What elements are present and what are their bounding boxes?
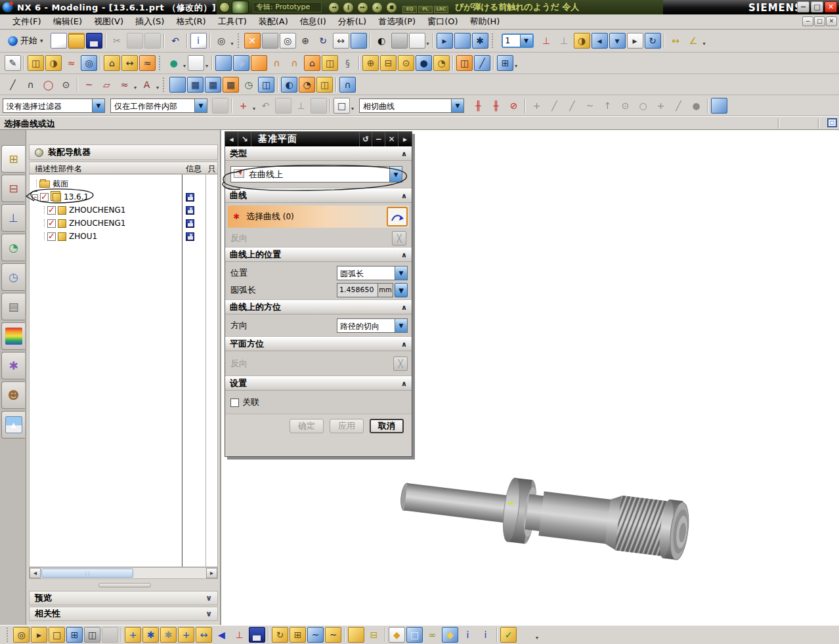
new-file-icon[interactable] bbox=[51, 33, 67, 49]
curve-section-header[interactable]: 曲线 ∧ bbox=[225, 188, 412, 203]
menu-preferences[interactable]: 首选项(P) bbox=[372, 14, 421, 29]
add-component-icon[interactable]: + bbox=[125, 627, 141, 643]
select-binoculars-icon[interactable] bbox=[212, 98, 228, 114]
curve-select-tool-button[interactable] bbox=[387, 207, 408, 226]
cancel-button[interactable]: 取消 bbox=[370, 419, 404, 433]
show-icon[interactable]: ▸ bbox=[627, 33, 643, 49]
hide-icon[interactable]: ▾ bbox=[609, 33, 626, 49]
part-information-icon[interactable]: i bbox=[190, 33, 207, 49]
player-lrc-button[interactable]: LRC bbox=[434, 6, 448, 13]
zoom-box-icon[interactable]: ◎ bbox=[280, 33, 296, 49]
filter-dropdown-arrow-icon[interactable]: ▼ bbox=[92, 99, 104, 112]
background-icon[interactable] bbox=[391, 33, 408, 49]
point-icon[interactable]: ⊙ bbox=[58, 77, 74, 93]
menu-window[interactable]: 窗口(O) bbox=[421, 14, 463, 29]
tree-row-assembly-13-6-1[interactable]: − 13.6.1 bbox=[30, 190, 217, 204]
measure-distance-icon[interactable]: ↔ bbox=[668, 33, 684, 49]
dialog-reset-icon[interactable]: ↺ bbox=[359, 132, 372, 146]
zoom-in-out-icon[interactable]: ⊕ bbox=[297, 33, 314, 49]
start-button[interactable]: 开始 ▾ bbox=[4, 34, 47, 47]
select-components-icon[interactable]: □ bbox=[49, 627, 65, 643]
menu-edit[interactable]: 编辑(E) bbox=[47, 14, 88, 29]
resource-tab-scene-settings[interactable]: ✱ bbox=[1, 352, 25, 379]
assembly-constraints-icon[interactable]: ⊥ bbox=[231, 627, 247, 643]
interpart-diamond-icon[interactable]: ◆ bbox=[442, 627, 458, 643]
snap-quadrant-icon[interactable]: ○ bbox=[635, 98, 651, 114]
resource-tab-system-materials[interactable]: ▤ bbox=[1, 293, 25, 320]
navigator-tree[interactable]: 截面 − 13.6.1 ZHOUCHENG1 ZHOUCHENG1 bbox=[29, 174, 218, 567]
menu-information[interactable]: 信息(I) bbox=[294, 14, 332, 29]
chain-link-icon[interactable]: ∞ bbox=[424, 627, 441, 643]
type-filter-combo[interactable]: 没有选择过滤器 ▼ bbox=[3, 98, 105, 113]
check-clearance-icon[interactable] bbox=[102, 627, 118, 643]
scope-dropdown-arrow-icon[interactable]: ▼ bbox=[194, 99, 207, 112]
menu-insert[interactable]: 插入(S) bbox=[129, 14, 170, 29]
undo-selection-icon[interactable]: ↶ bbox=[257, 98, 274, 114]
pad-icon[interactable]: ⌂ bbox=[304, 55, 320, 71]
tree-row-zhoucheng1[interactable]: ZHOUCHENG1 bbox=[30, 204, 217, 217]
surface-analysis-icon[interactable]: ◷ bbox=[240, 77, 257, 93]
shaded-display-icon[interactable] bbox=[351, 33, 367, 49]
curve-fit-icon[interactable]: ≈ bbox=[116, 77, 133, 93]
direction-dropdown-arrow-icon[interactable]: ▼ bbox=[395, 319, 407, 332]
type-dropdown-arrow-icon[interactable]: ▼ bbox=[389, 167, 402, 182]
menu-analysis[interactable]: 分析(L) bbox=[332, 14, 372, 29]
window-minimize-button[interactable]: − bbox=[797, 1, 809, 12]
invert-shown-icon[interactable]: ↻ bbox=[645, 33, 661, 49]
bend-flange-icon[interactable]: ∩ bbox=[286, 55, 303, 71]
bounded-plane-icon[interactable]: ◫ bbox=[258, 77, 274, 93]
save-file-icon[interactable] bbox=[86, 33, 102, 49]
wave-frame-icon[interactable]: □ bbox=[406, 627, 423, 643]
dialog-back-icon[interactable]: ◂ bbox=[225, 132, 238, 146]
snap-face-icon[interactable]: ● bbox=[688, 98, 704, 114]
find-feature-icon[interactable]: ◎ bbox=[213, 33, 230, 49]
new-parent-icon[interactable]: ✱ bbox=[160, 627, 177, 643]
window-dock-icon[interactable]: □ bbox=[827, 118, 837, 127]
emboss-icon[interactable]: ⌂ bbox=[104, 55, 120, 71]
spring-icon[interactable]: § bbox=[339, 55, 356, 71]
arc-length-options-icon[interactable]: ▼ bbox=[395, 283, 408, 297]
collapse-chevron-icon[interactable]: ∧ bbox=[401, 192, 407, 200]
tube-icon[interactable]: ◎ bbox=[81, 55, 97, 71]
open-component-icon[interactable]: ▸ bbox=[31, 627, 47, 643]
move-face-icon[interactable]: ↔ bbox=[121, 55, 138, 71]
column-descriptive-part-name[interactable]: 描述性部件名 bbox=[35, 163, 82, 175]
menu-format[interactable]: 格式(R) bbox=[170, 14, 211, 29]
tree-row-section[interactable]: 截面 bbox=[30, 177, 217, 190]
dialog-forward-icon[interactable]: ▸ bbox=[398, 132, 412, 146]
cut-icon[interactable]: ✂ bbox=[109, 33, 125, 49]
apply-button[interactable]: 应用 bbox=[330, 419, 364, 433]
through-curves-icon[interactable]: ▦ bbox=[187, 77, 204, 93]
navigator-column-header[interactable]: 描述性部件名 信息 只 bbox=[29, 161, 218, 174]
show-and-hide-icon[interactable]: ◂ bbox=[592, 33, 608, 49]
mdi-restore-button[interactable]: □ bbox=[814, 16, 825, 26]
scope-filter-combo[interactable]: 仅在工作部件内部 ▼ bbox=[110, 98, 207, 113]
move-component-icon[interactable]: ↔ bbox=[196, 627, 212, 643]
boss-icon[interactable] bbox=[251, 55, 267, 71]
resource-tab-constraint-navigator[interactable]: ⊟ bbox=[1, 175, 25, 202]
interpart-link-a-icon[interactable]: ╫ bbox=[470, 98, 486, 114]
menu-help[interactable]: 帮助(H) bbox=[464, 14, 506, 29]
snap-solid-icon[interactable] bbox=[711, 98, 727, 114]
studio-surface-icon[interactable]: ▦ bbox=[223, 77, 239, 93]
spline-icon[interactable]: ~ bbox=[81, 77, 97, 93]
snap-angled-icon[interactable]: ╱ bbox=[670, 98, 687, 114]
appearance-icon[interactable]: ◐ bbox=[374, 33, 390, 49]
mdi-minimize-button[interactable]: − bbox=[802, 16, 813, 26]
player-knob-icon[interactable] bbox=[219, 2, 230, 12]
location-combo[interactable]: 圆弧长 ▼ bbox=[337, 266, 408, 280]
panel-splitter-handle[interactable] bbox=[98, 583, 151, 588]
create-component-array-icon[interactable]: + bbox=[178, 627, 194, 643]
scrollbar-thumb[interactable] bbox=[41, 569, 133, 578]
sphere-icon[interactable]: ◆ bbox=[233, 55, 249, 71]
ok-button[interactable]: 确定 bbox=[290, 419, 324, 433]
component-checkbox[interactable] bbox=[40, 193, 49, 202]
split-body-icon[interactable]: ╱ bbox=[474, 55, 490, 71]
tree-row-zhou1[interactable]: ZHOU1 bbox=[30, 230, 217, 243]
snap-on-curve-icon[interactable]: ~ bbox=[582, 98, 598, 114]
plane-reverse-button[interactable]: ╳ bbox=[393, 356, 408, 371]
tree-row-zhoucheng1-2[interactable]: ZHOUCHENG1 bbox=[30, 217, 217, 230]
rotate-view-icon[interactable]: ↻ bbox=[315, 33, 332, 49]
offset-face-icon[interactable]: ≈ bbox=[139, 55, 156, 71]
collapse-chevron-icon[interactable]: ∧ bbox=[401, 303, 407, 312]
